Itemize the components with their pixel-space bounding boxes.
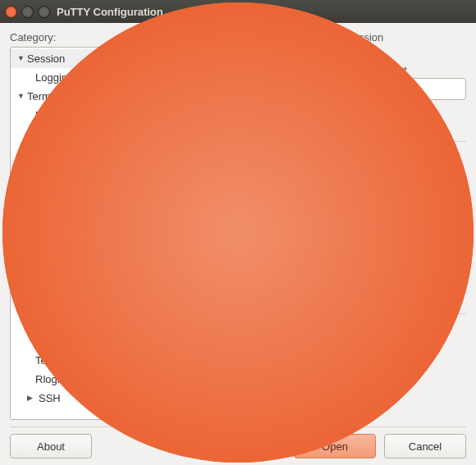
window-title: PuTTY Configuration [57,6,163,18]
radio-close-always[interactable]: Always [130,335,169,347]
category-label: Category: [10,31,117,43]
about-button[interactable]: About [10,434,92,458]
window-minimize-icon[interactable] [21,6,34,18]
window-maximize-icon[interactable] [38,6,50,18]
window-close-icon[interactable] [5,6,17,18]
cancel-button[interactable]: Cancel [384,434,466,458]
